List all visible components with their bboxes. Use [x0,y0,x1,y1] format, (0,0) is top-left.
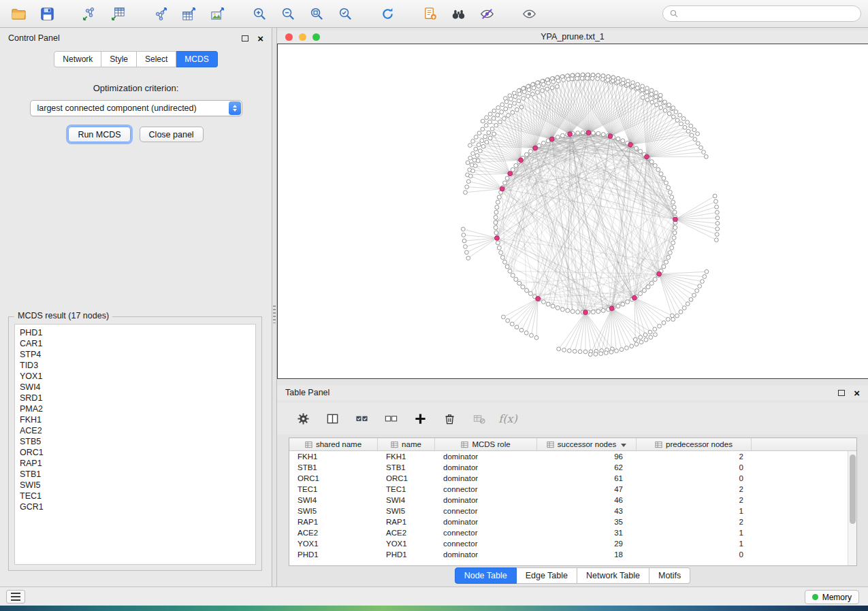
search-input[interactable] [682,9,854,18]
fx-icon: f(x) [498,412,517,425]
search-box [662,5,861,22]
table-row[interactable]: FKH1FKH1dominator962 [289,451,856,462]
tab-network[interactable]: Network [54,51,101,67]
import-table-disabled-button[interactable] [470,410,487,427]
network-graph[interactable] [278,44,867,378]
export-web-icon [422,6,438,22]
zoom-selected-button[interactable] [334,3,357,24]
table-float-button[interactable] [838,390,845,396]
cell-MCDS-role: dominator [435,549,537,560]
cell-name: PHD1 [378,549,435,560]
cell-successor-nodes: 35 [537,516,637,527]
tab-mcds[interactable]: MCDS [176,51,217,67]
column-header-successor-nodes[interactable]: successor nodes [537,438,637,450]
select-all-button[interactable] [353,410,370,427]
export-table-button[interactable] [177,3,200,24]
mcds-result-item[interactable]: STB1 [15,469,255,480]
vertical-splitter[interactable] [272,28,277,587]
mcds-result-item[interactable]: GCR1 [15,501,255,512]
gear-icon [297,412,310,425]
settings-gear-button[interactable] [295,410,311,427]
table-scrollbar[interactable] [848,451,856,565]
task-history-button[interactable] [6,590,25,604]
column-header-predecessor-nodes[interactable]: predecessor nodes [637,438,752,450]
mcds-result-item[interactable]: FKH1 [15,414,255,425]
deselect-all-button[interactable] [383,410,399,427]
optimization-criterion-select[interactable]: largest connected component (undirected) [30,100,242,116]
open-file-button[interactable] [7,3,30,24]
mcds-result-item[interactable]: RAP1 [15,458,255,469]
table-row[interactable]: ORC1ORC1dominator610 [289,473,856,484]
table-row[interactable]: SWI5SWI5connector431 [289,506,856,516]
table-close-icon[interactable]: × [854,388,860,398]
mcds-result-item[interactable]: SRD1 [15,393,255,403]
function-builder-button[interactable]: f(x) [500,410,516,427]
zoom-in-button[interactable] [248,3,271,24]
cell-MCDS-role: dominator [435,473,537,484]
import-table-button[interactable] [106,3,129,24]
network-view[interactable] [277,44,868,379]
mcds-result-item[interactable]: PHD1 [15,327,255,338]
zoom-fit-button[interactable] [305,3,328,24]
table-row[interactable]: STB1STB1dominator620 [289,462,856,473]
tab-select[interactable]: Select [137,51,176,67]
mcds-result-item[interactable]: ACE2 [15,425,255,436]
zoom-in-icon [252,6,268,22]
scrollbar-thumb[interactable] [850,455,856,524]
mcds-result-item[interactable]: CAR1 [15,338,255,349]
column-header-name[interactable]: name [378,438,435,450]
cell-shared-name: PHD1 [289,549,378,560]
table-tab-node-table[interactable]: Node Table [455,567,517,584]
show-hide-button[interactable] [517,3,541,24]
mcds-result-item[interactable]: PMA2 [15,403,255,414]
eye-slash-icon [479,6,495,22]
cell-predecessor-nodes: 2 [637,495,752,506]
mcds-result-item[interactable]: TID3 [15,360,255,371]
table-row[interactable]: SWI4SWI4dominator462 [289,495,856,506]
import-network-button[interactable] [78,3,101,24]
select-all-icon [355,412,368,425]
mcds-result-item[interactable]: SWI4 [15,382,255,393]
cell-predecessor-nodes: 0 [637,549,752,560]
mcds-result-item[interactable]: STB5 [15,436,255,447]
main-toolbar [0,0,868,28]
column-visibility-button[interactable] [324,410,340,427]
float-panel-button[interactable] [242,35,248,42]
mcds-result-item[interactable]: TEC1 [15,491,255,501]
refresh-button[interactable] [376,3,399,24]
mcds-result-item[interactable]: SWI5 [15,480,255,491]
columns-icon [326,412,339,425]
table-row[interactable]: TEC1TEC1connector472 [289,484,856,495]
column-header-MCDS-role[interactable]: MCDS role [435,438,537,450]
close-panel-button[interactable]: Close panel [140,127,204,142]
sort-grid-icon [655,441,662,448]
mcds-result-item[interactable]: ORC1 [15,447,255,458]
save-button[interactable] [35,3,59,24]
export-image-button[interactable] [206,3,229,24]
zoom-out-button[interactable] [276,3,300,24]
memory-button[interactable]: Memory [805,590,859,604]
delete-row-button[interactable] [441,410,457,427]
export-network-button[interactable] [148,3,172,24]
cell-name: ACE2 [378,527,435,538]
run-mcds-button[interactable]: Run MCDS [68,127,130,142]
close-panel-icon[interactable]: × [257,33,263,44]
table-row[interactable]: ACE2ACE2connector311 [289,527,856,538]
column-header-shared-name[interactable]: shared name [289,438,378,450]
sort-grid-icon [547,441,554,448]
cell-shared-name: SWI5 [289,506,378,516]
export-web-button[interactable] [418,3,441,24]
table-row[interactable]: RAP1RAP1dominator352 [289,516,856,527]
table-tab-motifs[interactable]: Motifs [649,567,690,584]
mcds-result-item[interactable]: STP4 [15,349,255,360]
add-row-button[interactable] [412,410,428,427]
toggle-graphics-button[interactable] [475,3,498,24]
find-button[interactable] [447,3,470,24]
table-tab-edge-table[interactable]: Edge Table [517,567,577,584]
table-tab-network-table[interactable]: Network Table [577,567,649,584]
table-row[interactable]: YOX1YOX1connector291 [289,538,856,549]
cell-MCDS-role: dominator [435,451,537,462]
table-row[interactable]: PHD1PHD1dominator180 [289,549,856,560]
mcds-result-item[interactable]: YOX1 [15,371,255,382]
tab-style[interactable]: Style [101,51,137,67]
